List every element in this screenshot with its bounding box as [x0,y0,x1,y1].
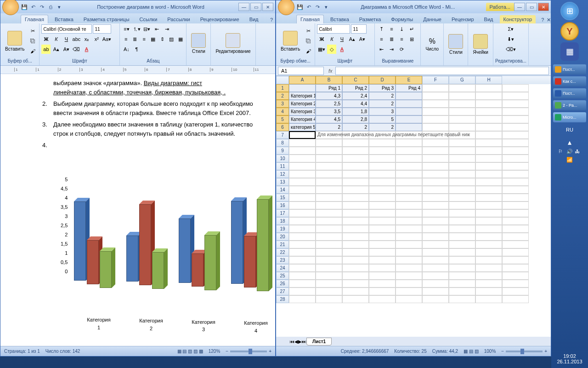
cell[interactable] [369,264,396,272]
show-hidden-icons[interactable]: ▴ [568,138,571,147]
cell[interactable] [502,147,529,155]
undo-icon[interactable]: ↶ [29,3,37,11]
cell[interactable] [422,295,449,303]
underline-button[interactable]: Ч [62,34,71,44]
row-header[interactable]: 2 [276,92,289,100]
cell[interactable] [449,225,475,233]
cell[interactable] [475,272,502,280]
cell[interactable] [502,115,529,123]
col-header[interactable]: C [342,76,369,84]
cell[interactable] [475,155,502,162]
taskbar-item[interactable]: 2 - Pa... [553,100,586,110]
tab-mailings[interactable]: Рассылки [164,15,193,23]
cell[interactable] [396,217,422,225]
tab-formulas[interactable]: Формулы [387,15,417,23]
align-center-icon[interactable]: ≣ [387,34,396,44]
shading-icon[interactable]: ▨ [167,34,175,44]
help-icon[interactable]: ? [268,16,275,23]
cell[interactable] [422,264,449,272]
cell[interactable] [289,264,316,272]
cell[interactable] [396,201,422,209]
bold-button[interactable]: Ж [317,34,326,44]
name-box[interactable]: A1 [278,67,324,75]
cell[interactable] [342,280,369,288]
cell[interactable] [449,280,475,288]
language-indicator[interactable]: RU [566,127,573,132]
cell[interactable] [289,256,316,264]
subscript-button[interactable]: x₂ [82,34,91,44]
tab-home[interactable]: Главная [296,15,324,23]
col-header[interactable]: G [449,76,475,84]
cell[interactable] [502,295,529,303]
cell[interactable] [316,295,342,303]
cell[interactable] [449,295,475,303]
cells-button[interactable]: Ячейки [470,33,491,56]
number-format-button[interactable]: %Число [423,36,441,52]
col-header[interactable]: A [289,76,316,84]
cell[interactable] [449,100,475,108]
cell[interactable] [475,194,502,201]
cell[interactable]: 3,5 [316,108,342,115]
col-header[interactable]: H [475,76,502,84]
row-header[interactable]: 27 [276,288,289,295]
cell[interactable] [369,147,396,155]
multilevel-icon[interactable]: ⊟▾ [142,24,151,34]
cell[interactable] [316,272,342,280]
cell[interactable] [316,233,342,241]
cell[interactable] [502,217,529,225]
flag-icon[interactable]: ⚐ [558,149,565,155]
zoom-slider[interactable]: −+ [226,349,271,354]
cell[interactable] [502,162,529,170]
cell[interactable] [502,92,529,100]
cell[interactable] [475,217,502,225]
cell[interactable] [369,178,396,186]
cell[interactable] [396,108,422,115]
cell[interactable] [289,155,316,162]
cell[interactable] [475,248,502,256]
cell[interactable]: 2 [369,92,396,100]
row-header[interactable]: 18 [276,217,289,225]
cell[interactable] [369,288,396,295]
copy-icon[interactable]: ⿻ [28,36,37,46]
cell[interactable] [289,295,316,303]
cell[interactable]: 1,8 [342,108,369,115]
format-painter-icon[interactable]: 🖌 [304,46,313,56]
cell[interactable] [369,139,396,147]
tab-data[interactable]: Данные [419,15,445,23]
cell[interactable] [449,115,475,123]
cell[interactable] [316,201,342,209]
cell[interactable] [396,209,422,217]
cell[interactable] [316,217,342,225]
cell[interactable] [316,248,342,256]
cell[interactable] [475,256,502,264]
cell[interactable] [502,84,529,92]
cell[interactable] [422,209,449,217]
cell[interactable] [369,217,396,225]
yandex-icon[interactable]: Y [560,22,579,40]
cell[interactable] [449,233,475,241]
cell[interactable] [289,272,316,280]
sheet-nav-first-icon[interactable]: ⏮ [290,339,294,344]
cell[interactable] [475,92,502,100]
cell[interactable] [396,162,422,170]
cell[interactable]: 3 [369,108,396,115]
cell[interactable] [342,194,369,201]
word-titlebar[interactable]: 💾 ↶ ↷ ⎙ ▾ Построение диаграмм в word - M… [0,0,275,13]
row-header[interactable]: 1 [276,84,289,92]
cell[interactable] [316,264,342,272]
cell[interactable] [475,288,502,295]
cell[interactable] [449,288,475,295]
underline-button[interactable]: Ч [337,34,346,44]
italic-button[interactable]: К [327,34,336,44]
zoom-percent[interactable]: 100% [484,349,496,354]
tab-view[interactable]: Вид [481,15,497,23]
cell[interactable] [449,147,475,155]
cell[interactable]: 2 [316,123,342,131]
cell[interactable] [475,108,502,115]
cell[interactable] [342,256,369,264]
page-status[interactable]: Страница: 1 из 1 [4,349,40,354]
cell[interactable]: 2 [369,123,396,131]
cell[interactable] [289,84,316,92]
cell[interactable] [396,186,422,194]
help-icon[interactable]: ? [541,16,544,23]
